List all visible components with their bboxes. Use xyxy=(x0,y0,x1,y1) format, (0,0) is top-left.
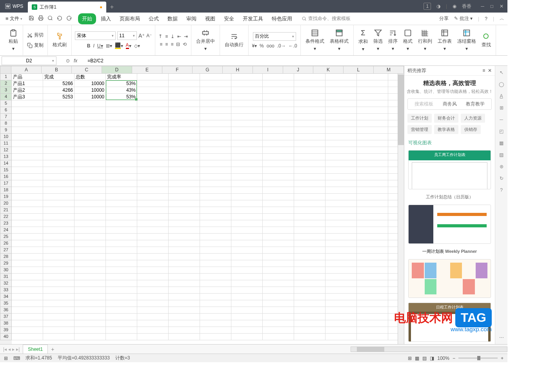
italic-icon[interactable]: I xyxy=(93,42,95,49)
select-all-corner[interactable] xyxy=(0,66,11,74)
cell[interactable] xyxy=(294,247,325,254)
sheet-nav-prev-icon[interactable]: ◂ xyxy=(8,347,11,352)
cell[interactable] xyxy=(137,234,169,240)
cell[interactable] xyxy=(357,314,388,320)
cell[interactable] xyxy=(263,167,294,174)
badge-icon[interactable]: 1 xyxy=(424,3,431,10)
cell[interactable] xyxy=(106,134,137,140)
row-header[interactable]: 30 xyxy=(0,267,12,274)
cell[interactable] xyxy=(263,114,294,120)
cell[interactable] xyxy=(137,307,169,314)
cell[interactable] xyxy=(263,74,294,80)
increase-decimal-icon[interactable]: .0→ xyxy=(277,43,286,49)
indent-right-icon[interactable]: ⇥ xyxy=(184,34,188,39)
cell[interactable] xyxy=(12,240,43,247)
cell[interactable] xyxy=(12,114,43,120)
cell[interactable] xyxy=(263,307,294,314)
cell[interactable] xyxy=(263,134,294,140)
cell[interactable] xyxy=(231,127,263,134)
cell[interactable] xyxy=(12,280,43,287)
cell[interactable] xyxy=(357,120,388,127)
more-icon[interactable]: ⋯ xyxy=(499,335,504,340)
cell[interactable] xyxy=(263,280,294,287)
row-header[interactable]: 40 xyxy=(0,334,12,340)
cell[interactable] xyxy=(200,74,231,80)
cell[interactable] xyxy=(231,227,263,234)
cell[interactable] xyxy=(169,300,200,307)
row-header[interactable]: 27 xyxy=(0,247,12,254)
vertical-scrollbar[interactable] xyxy=(398,74,404,344)
cell[interactable] xyxy=(294,94,325,100)
cell[interactable] xyxy=(169,207,200,214)
cell[interactable] xyxy=(200,160,231,167)
main-tab-8[interactable]: 开发工具 xyxy=(239,13,267,24)
cell[interactable] xyxy=(169,74,200,80)
cell[interactable] xyxy=(12,180,43,187)
cell[interactable] xyxy=(294,227,325,234)
cell[interactable] xyxy=(137,160,169,167)
cell[interactable] xyxy=(357,320,388,327)
cell[interactable] xyxy=(137,254,169,260)
cell[interactable]: 10000 xyxy=(75,87,106,94)
cell[interactable] xyxy=(357,254,388,260)
cell[interactable] xyxy=(75,160,106,167)
cell[interactable] xyxy=(169,80,200,87)
cell[interactable] xyxy=(106,240,137,247)
column-header[interactable]: F xyxy=(162,66,193,74)
cell[interactable] xyxy=(12,194,43,200)
cell[interactable] xyxy=(294,160,325,167)
cell[interactable] xyxy=(169,334,200,340)
cell[interactable] xyxy=(12,167,43,174)
cell[interactable] xyxy=(325,214,357,220)
cell[interactable] xyxy=(357,247,388,254)
cell[interactable] xyxy=(231,154,263,160)
row-header[interactable]: 23 xyxy=(0,220,12,227)
row-header[interactable]: 21 xyxy=(0,207,12,214)
row-header[interactable]: 38 xyxy=(0,320,12,327)
cell[interactable] xyxy=(294,214,325,220)
cell[interactable] xyxy=(231,287,263,294)
cell[interactable] xyxy=(43,254,75,260)
row-header[interactable]: 32 xyxy=(0,280,12,287)
cell[interactable] xyxy=(137,207,169,214)
cell[interactable] xyxy=(263,127,294,134)
currency-icon[interactable]: ¥▾ xyxy=(252,43,257,49)
cell[interactable] xyxy=(137,287,169,294)
cell[interactable] xyxy=(12,227,43,234)
cell[interactable] xyxy=(169,320,200,327)
cell[interactable] xyxy=(43,240,75,247)
cell[interactable] xyxy=(137,220,169,227)
cell[interactable] xyxy=(200,187,231,194)
cell[interactable] xyxy=(263,220,294,227)
cell[interactable] xyxy=(294,220,325,227)
cell[interactable] xyxy=(325,127,357,134)
column-header[interactable]: I xyxy=(253,66,283,74)
cell[interactable] xyxy=(169,180,200,187)
cell[interactable] xyxy=(137,294,169,300)
row-header[interactable]: 28 xyxy=(0,254,12,260)
cell[interactable] xyxy=(169,234,200,240)
comma-icon[interactable]: ooo xyxy=(267,43,274,49)
cell[interactable] xyxy=(12,307,43,314)
cell[interactable] xyxy=(200,174,231,180)
cell[interactable] xyxy=(325,327,357,334)
cell[interactable]: 产品3 xyxy=(12,94,43,100)
cell[interactable] xyxy=(106,267,137,274)
fill-color-icon[interactable]: ⬛▾ xyxy=(115,42,123,49)
cell[interactable] xyxy=(137,240,169,247)
row-header[interactable]: 36 xyxy=(0,307,12,314)
cell[interactable] xyxy=(325,300,357,307)
format-painter-button[interactable]: 格式刷 xyxy=(51,32,68,49)
cell[interactable] xyxy=(75,287,106,294)
cell[interactable] xyxy=(43,114,75,120)
underline-icon[interactable]: U▾ xyxy=(97,42,103,49)
cell[interactable] xyxy=(43,187,75,194)
row-header[interactable]: 6 xyxy=(0,107,12,114)
cell[interactable] xyxy=(200,254,231,260)
cell[interactable] xyxy=(137,267,169,274)
number-format-select[interactable]: 百分比 xyxy=(253,32,296,41)
align-center-icon[interactable]: ≡ xyxy=(165,42,168,47)
cell[interactable] xyxy=(75,174,106,180)
category-chip[interactable]: 人力资源 xyxy=(461,114,485,123)
cell[interactable] xyxy=(200,107,231,114)
